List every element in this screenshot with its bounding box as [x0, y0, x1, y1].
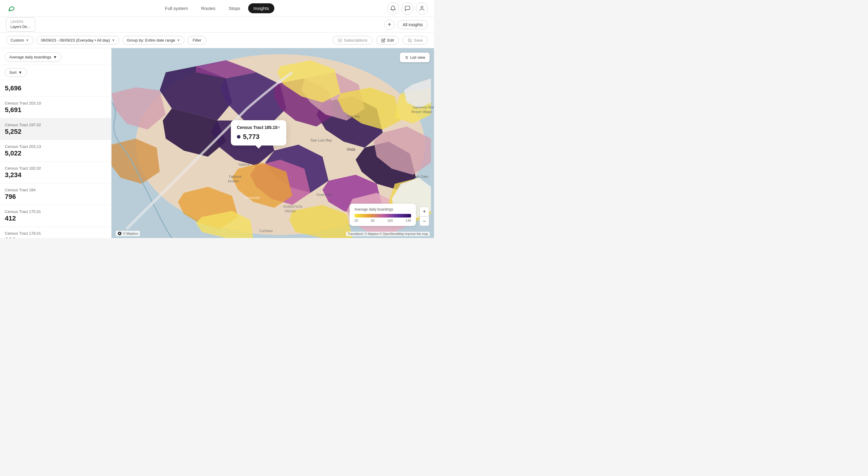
- svg-rect-2: [338, 39, 342, 41]
- metric-dropdown[interactable]: Average daily boardings ▼: [5, 53, 61, 62]
- layers-right: + All insights: [384, 20, 428, 30]
- layers-label: LAYERS: [10, 20, 31, 24]
- item-tract: Census Tract 203.13: [5, 144, 106, 149]
- list-item[interactable]: Census Tract 197.02 5,252: [0, 118, 111, 140]
- filter-button[interactable]: Filter: [187, 36, 207, 44]
- main-nav: Full system Routes Stops Insights: [159, 3, 274, 13]
- nav-full-system[interactable]: Full system: [159, 3, 193, 13]
- svg-text:Oceanside: Oceanside: [244, 196, 260, 199]
- subscriptions-button[interactable]: Subscriptions: [333, 36, 373, 44]
- edit-label: Edit: [387, 38, 394, 42]
- group-by-label: Group by: Entire date range: [127, 38, 175, 42]
- filters-bar: Custom ▼ 08/09/23 - 08/09/23 (Everyday •…: [0, 33, 434, 48]
- notifications-button[interactable]: [387, 2, 399, 14]
- custom-dropdown[interactable]: Custom ▼: [6, 36, 33, 44]
- item-value: 5,691: [5, 106, 106, 114]
- legend-label-140: 140: [406, 219, 411, 222]
- svg-text:Resort Village: Resort Village: [411, 110, 432, 114]
- legend-label-20: 20: [354, 219, 358, 222]
- svg-text:ROBERTSON: ROBERTSON: [283, 205, 302, 209]
- all-insights-button[interactable]: All insights: [398, 20, 428, 29]
- item-tract: Census Tract 203.10: [5, 101, 106, 105]
- sort-label: Sort: [9, 70, 17, 75]
- mapbox-label: © Mapbox: [123, 232, 138, 235]
- legend-label-100: 100: [387, 219, 393, 222]
- map-top-right: List view: [400, 53, 430, 62]
- svg-text:Ocean Hills: Ocean Hills: [316, 193, 332, 196]
- main-content: Average daily boardings ▼ Sort ▼ 5,696 C…: [0, 48, 434, 238]
- save-button[interactable]: Save: [403, 36, 428, 44]
- map-legend: Average daily boardings 20 60 100 140: [350, 204, 416, 226]
- svg-text:Carlsbad: Carlsbad: [259, 229, 273, 232]
- app-header: Full system Routes Stops Insights: [0, 0, 434, 17]
- tooltip-close-button[interactable]: ×: [278, 125, 280, 130]
- sort-button[interactable]: Sort ▼: [5, 68, 27, 77]
- date-range-dropdown[interactable]: 08/09/23 - 08/09/23 (Everyday • All day)…: [36, 36, 119, 44]
- nav-routes[interactable]: Routes: [195, 3, 221, 13]
- item-value: 5,022: [5, 150, 106, 157]
- save-label: Save: [414, 38, 423, 42]
- legend-labels: 20 60 100 140: [354, 219, 411, 222]
- svg-point-52: [119, 233, 121, 234]
- layers-bar: LAYERS Layers De… + All insights: [0, 17, 434, 33]
- layers-tab[interactable]: LAYERS Layers De…: [6, 18, 35, 31]
- item-tract: Census Tract 182.02: [5, 166, 106, 170]
- app-logo[interactable]: [6, 3, 17, 14]
- nav-insights[interactable]: Insights: [248, 3, 275, 13]
- list-item[interactable]: Census Tract 203.10 5,691: [0, 97, 111, 118]
- metric-label: Average daily boardings: [9, 55, 51, 59]
- list-item[interactable]: Census Tract 175.01 412: [0, 205, 111, 227]
- legend-title: Average daily boardings: [354, 207, 411, 212]
- list-item[interactable]: Census Tract 184 796: [0, 184, 111, 205]
- mapbox-logo: © Mapbox: [116, 231, 140, 236]
- list-items: Census Tract 203.10 5,691 Census Tract 1…: [0, 97, 111, 238]
- item-value: 338: [5, 236, 106, 238]
- map-background: Yaldora Fallbrook Junction Oceanside ROB…: [112, 48, 434, 238]
- chevron-down-icon: ▼: [26, 38, 29, 42]
- chevron-down-icon: ▼: [53, 55, 57, 59]
- zoom-in-button[interactable]: +: [420, 207, 429, 216]
- list-item[interactable]: Census Tract 182.02 3,234: [0, 162, 111, 184]
- attribution-text: Transitland | © Mapbox © OpenStreetMap I…: [348, 232, 428, 235]
- svg-point-0: [9, 10, 10, 11]
- list-item[interactable]: Census Tract 203.13 5,022: [0, 140, 111, 162]
- messages-button[interactable]: [401, 2, 413, 14]
- item-tract: Census Tract 178.01: [5, 231, 106, 235]
- sidebar: Average daily boardings ▼ Sort ▼ 5,696 C…: [0, 48, 112, 238]
- legend-label-60: 60: [371, 219, 375, 222]
- svg-text:Junction: Junction: [227, 180, 239, 183]
- layers-name: Layers De…: [10, 25, 31, 29]
- tooltip-header: Census Tract 185.15 ×: [237, 125, 280, 130]
- sidebar-top: Average daily boardings ▼: [0, 48, 111, 65]
- edit-button[interactable]: Edit: [376, 36, 399, 44]
- nav-stops[interactable]: Stops: [223, 3, 246, 13]
- user-button[interactable]: [416, 2, 428, 14]
- date-range-label: 08/09/23 - 08/09/23 (Everyday • All day): [41, 38, 110, 42]
- map-tooltip: Census Tract 185.15 × 5,773: [231, 120, 286, 146]
- svg-text:Twin Oaks: Twin Oaks: [413, 175, 429, 178]
- chevron-down-icon: ▼: [177, 38, 180, 42]
- svg-text:Fallbrook: Fallbrook: [229, 175, 242, 178]
- svg-text:San Luis Rey: San Luis Rey: [310, 138, 332, 142]
- tooltip-number: 5,773: [243, 133, 259, 141]
- filters-right: Subscriptions Edit Save: [333, 36, 428, 44]
- svg-text:Yaldora: Yaldora: [238, 163, 250, 166]
- item-tract: Census Tract 184: [5, 188, 106, 192]
- custom-label: Custom: [10, 38, 24, 42]
- top-value: 5,696: [0, 80, 111, 97]
- item-value: 5,252: [5, 128, 106, 135]
- legend-gradient: [354, 214, 411, 218]
- svg-text:Lawrence Walk: Lawrence Walk: [413, 105, 434, 109]
- tooltip-dot: [237, 135, 241, 138]
- map-area[interactable]: Yaldora Fallbrook Junction Oceanside ROB…: [112, 48, 434, 238]
- tooltip-arrow: [255, 146, 261, 149]
- list-view-button[interactable]: List view: [400, 53, 430, 62]
- group-by-dropdown[interactable]: Group by: Entire date range ▼: [122, 36, 184, 44]
- list-view-label: List view: [410, 55, 425, 60]
- svg-point-1: [421, 6, 423, 8]
- add-insight-button[interactable]: +: [384, 20, 395, 30]
- svg-text:Vista: Vista: [347, 147, 355, 152]
- list-item[interactable]: Census Tract 178.01 338: [0, 227, 111, 238]
- map-attribution: Transitland | © Mapbox © OpenStreetMap I…: [346, 232, 430, 236]
- zoom-out-button[interactable]: −: [420, 216, 429, 226]
